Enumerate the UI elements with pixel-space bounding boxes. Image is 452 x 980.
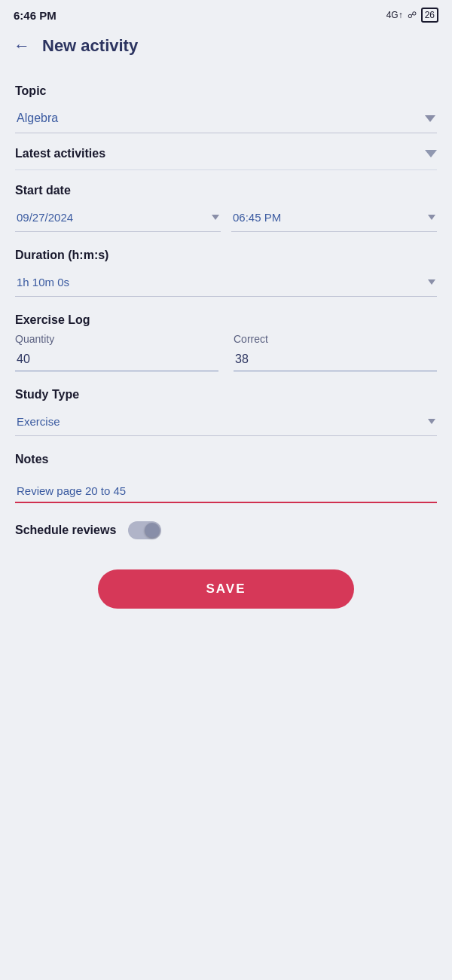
latest-activities-label: Latest activities xyxy=(15,147,105,160)
save-button[interactable]: SAVE xyxy=(98,569,354,609)
date-chevron-icon xyxy=(212,215,219,220)
topic-value: Algebra xyxy=(17,111,58,125)
correct-column: Correct xyxy=(234,333,437,371)
quantity-label: Quantity xyxy=(15,333,218,345)
page-title: New activity xyxy=(42,36,138,56)
schedule-reviews-toggle[interactable] xyxy=(128,521,161,539)
date-picker[interactable]: 09/27/2024 xyxy=(15,203,221,232)
study-type-chevron-icon xyxy=(428,419,435,424)
notes-input[interactable] xyxy=(15,478,437,503)
latest-activities-row[interactable]: Latest activities xyxy=(15,147,437,166)
duration-value: 1h 10m 0s xyxy=(17,276,69,289)
status-time: 6:46 PM xyxy=(14,9,56,22)
header: ← New activity xyxy=(0,27,452,63)
exercise-log-columns: Quantity Correct xyxy=(15,333,437,371)
status-bar: 6:46 PM 4G↑ ☍ 26 xyxy=(0,0,452,27)
quantity-column: Quantity xyxy=(15,333,218,371)
schedule-reviews-label: Schedule reviews xyxy=(15,524,116,537)
date-time-row: 09/27/2024 06:45 PM xyxy=(15,203,437,232)
time-value: 06:45 PM xyxy=(233,211,281,224)
time-picker[interactable]: 06:45 PM xyxy=(231,203,437,232)
date-value: 09/27/2024 xyxy=(17,211,73,224)
topic-dropdown[interactable]: Algebra xyxy=(15,104,437,133)
wifi-icon: ☍ xyxy=(408,10,417,20)
start-date-label: Start date xyxy=(15,184,437,197)
battery-icon: 26 xyxy=(421,8,438,23)
duration-label: Duration (h:m:s) xyxy=(15,249,437,262)
exercise-log-label: Exercise Log xyxy=(15,313,437,327)
schedule-reviews-row: Schedule reviews xyxy=(15,521,437,539)
toggle-knob xyxy=(145,523,160,538)
signal-icon: 4G↑ xyxy=(386,10,403,20)
study-type-label: Study Type xyxy=(15,388,437,401)
divider xyxy=(15,169,437,170)
save-button-container: SAVE xyxy=(15,569,437,631)
latest-activities-chevron-icon xyxy=(425,150,437,157)
notes-label: Notes xyxy=(15,453,437,466)
correct-label: Correct xyxy=(234,333,437,345)
quantity-input[interactable] xyxy=(15,350,218,371)
duration-picker[interactable]: 1h 10m 0s xyxy=(15,268,437,297)
correct-input[interactable] xyxy=(234,350,437,371)
main-content: Topic Algebra Latest activities Start da… xyxy=(0,63,452,646)
study-type-value: Exercise xyxy=(17,415,60,428)
topic-label: Topic xyxy=(15,84,437,98)
duration-chevron-icon xyxy=(428,279,435,285)
chevron-down-icon xyxy=(425,115,435,122)
status-icons: 4G↑ ☍ 26 xyxy=(386,8,438,23)
study-type-dropdown[interactable]: Exercise xyxy=(15,408,437,436)
time-chevron-icon xyxy=(428,215,435,220)
back-button[interactable]: ← xyxy=(14,36,30,56)
